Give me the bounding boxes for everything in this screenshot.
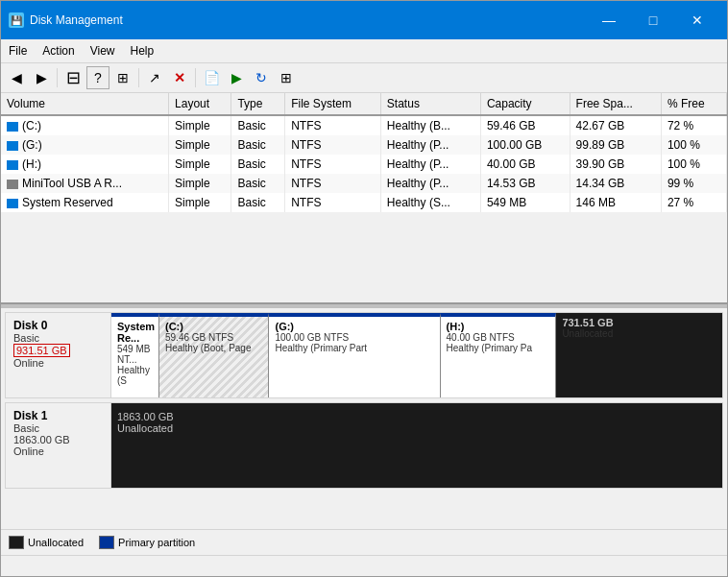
toolbar-separator-2	[138, 68, 139, 87]
cell-capacity: 14.53 GB	[480, 174, 570, 193]
show-hide-button[interactable]: ⊟	[61, 66, 85, 89]
volume-icon	[7, 199, 18, 208]
settings-button[interactable]: ⊞	[111, 66, 134, 89]
volume-icon	[7, 141, 18, 151]
cell-volume: (G:)	[1, 135, 169, 155]
forward-button[interactable]: ▶	[30, 66, 53, 89]
table-row[interactable]: System Reserved Simple Basic NTFS Health…	[1, 193, 727, 212]
cell-layout: Simple	[169, 155, 231, 174]
table-row[interactable]: (C:) Simple Basic NTFS Healthy (B... 59.…	[1, 115, 727, 135]
close-button[interactable]: ✕	[675, 7, 719, 34]
partition-status: Healthy (Boot, Page	[165, 343, 262, 353]
cell-pct: 72 %	[661, 115, 726, 135]
export-button[interactable]: 📄	[200, 66, 223, 89]
partition-status: Healthy (S	[117, 365, 153, 386]
window-title: Disk Management	[30, 13, 123, 27]
cell-status: Healthy (P...	[380, 155, 480, 174]
minimize-button[interactable]: —	[587, 7, 631, 34]
cell-layout: Simple	[169, 135, 231, 155]
legend-primary: Primary partition	[99, 536, 195, 549]
table-row[interactable]: (H:) Simple Basic NTFS Healthy (P... 40.…	[1, 155, 727, 174]
cell-free: 146 MB	[570, 193, 661, 212]
delete-button[interactable]: ✕	[168, 66, 191, 89]
cell-free: 42.67 GB	[570, 115, 661, 135]
disk-management-window: 💾 Disk Management — □ ✕ File Action View…	[0, 0, 728, 577]
partition-name: (G:)	[275, 321, 433, 332]
legend-unallocated-box	[9, 536, 24, 549]
maximize-button[interactable]: □	[631, 7, 675, 34]
disk-1-name: Disk 1	[13, 409, 103, 422]
disk-area: Disk 0 Basic 931.51 GB Online System Re.…	[1, 308, 727, 529]
menu-view[interactable]: View	[83, 41, 123, 60]
col-pct[interactable]: % Free	[661, 93, 726, 115]
cell-layout: Simple	[169, 115, 231, 135]
import-button[interactable]: ▶	[225, 66, 248, 89]
col-filesystem[interactable]: File System	[285, 93, 381, 115]
toolbar: ◀ ▶ ⊟ ? ⊞ ↗ ✕ 📄 ▶ ↻ ⊞	[1, 63, 727, 93]
volume-icon	[7, 160, 18, 170]
cell-free: 14.34 GB	[570, 174, 661, 193]
disk-1-partition-unallocated[interactable]: 1863.00 GB Unallocated	[111, 403, 722, 488]
cell-status: Healthy (S...	[380, 193, 480, 212]
disk-0-partition-g[interactable]: (G:) 100.00 GB NTFS Healthy (Primary Par…	[269, 313, 440, 397]
cell-capacity: 100.00 GB	[480, 135, 570, 155]
partition-name: (H:)	[447, 321, 550, 332]
col-type[interactable]: Type	[231, 93, 285, 115]
connect-button[interactable]: ↗	[143, 66, 166, 89]
disk-1-status: Online	[13, 445, 103, 457]
title-bar: 💾 Disk Management — □ ✕	[1, 1, 727, 39]
menu-help[interactable]: Help	[123, 41, 162, 60]
disk-0-partition-h[interactable]: (H:) 40.00 GB NTFS Healthy (Primary Pa	[441, 313, 557, 397]
disk-0-partition-system[interactable]: System Re... 549 MB NT... Healthy (S	[111, 313, 159, 397]
volume-table: Volume Layout Type File System Status Ca…	[1, 93, 727, 212]
menu-bar: File Action View Help	[1, 39, 727, 63]
cell-pct: 99 %	[661, 174, 726, 193]
cell-type: Basic	[231, 115, 285, 135]
back-button[interactable]: ◀	[5, 66, 28, 89]
disk-0-type: Basic	[13, 332, 103, 344]
cell-fs: NTFS	[285, 193, 381, 212]
cell-status: Healthy (P...	[380, 174, 480, 193]
cell-free: 39.90 GB	[570, 155, 661, 174]
cell-type: Basic	[231, 193, 285, 212]
cell-type: Basic	[231, 135, 285, 155]
table-row[interactable]: MiniTool USB A R... Simple Basic NTFS He…	[1, 174, 727, 193]
partition-size: 549 MB NT...	[117, 344, 153, 365]
col-volume[interactable]: Volume	[1, 93, 169, 115]
rescan-button[interactable]: ↻	[250, 66, 273, 89]
table-row[interactable]: (G:) Simple Basic NTFS Healthy (P... 100…	[1, 135, 727, 155]
disk-0-row: Disk 0 Basic 931.51 GB Online System Re.…	[5, 312, 723, 398]
table-body: (C:) Simple Basic NTFS Healthy (B... 59.…	[1, 115, 727, 212]
more-button[interactable]: ⊞	[275, 66, 298, 89]
cell-status: Healthy (B...	[380, 115, 480, 135]
disk-0-partition-unallocated[interactable]: 731.51 GB Unallocated	[556, 313, 722, 397]
partition-size: 100.00 GB NTFS	[275, 332, 433, 343]
col-capacity[interactable]: Capacity	[480, 93, 570, 115]
disk-0-partition-c[interactable]: (C:) 59.46 GB NTFS Healthy (Boot, Page	[159, 313, 269, 397]
partition-name: System Re...	[117, 321, 153, 344]
cell-capacity: 549 MB	[480, 193, 570, 212]
menu-action[interactable]: Action	[35, 41, 82, 60]
cell-layout: Simple	[169, 193, 231, 212]
disk-0-label: Disk 0 Basic 931.51 GB Online	[5, 312, 110, 398]
col-free[interactable]: Free Spa...	[570, 93, 661, 115]
volume-icon	[7, 122, 18, 132]
cell-volume: MiniTool USB A R...	[1, 174, 169, 193]
help-button[interactable]: ?	[86, 66, 109, 89]
disk-1-row: Disk 1 Basic 1863.00 GB Online 1863.00 G…	[5, 402, 723, 489]
legend-unallocated-label: Unallocated	[28, 537, 84, 548]
volume-table-area[interactable]: Volume Layout Type File System Status Ca…	[1, 93, 727, 304]
toolbar-separator-3	[195, 68, 196, 87]
table-header-row: Volume Layout Type File System Status Ca…	[1, 93, 727, 115]
status-bar	[1, 555, 727, 576]
cell-layout: Simple	[169, 174, 231, 193]
partition-size: 40.00 GB NTFS	[447, 332, 550, 343]
col-status[interactable]: Status	[380, 93, 480, 115]
disk-0-partitions: System Re... 549 MB NT... Healthy (S (C:…	[110, 312, 723, 398]
col-layout[interactable]: Layout	[169, 93, 231, 115]
partition-status: Unallocated	[562, 328, 716, 339]
legend-primary-box	[99, 536, 114, 549]
cell-free: 99.89 GB	[570, 135, 661, 155]
cell-type: Basic	[231, 155, 285, 174]
menu-file[interactable]: File	[1, 41, 35, 60]
